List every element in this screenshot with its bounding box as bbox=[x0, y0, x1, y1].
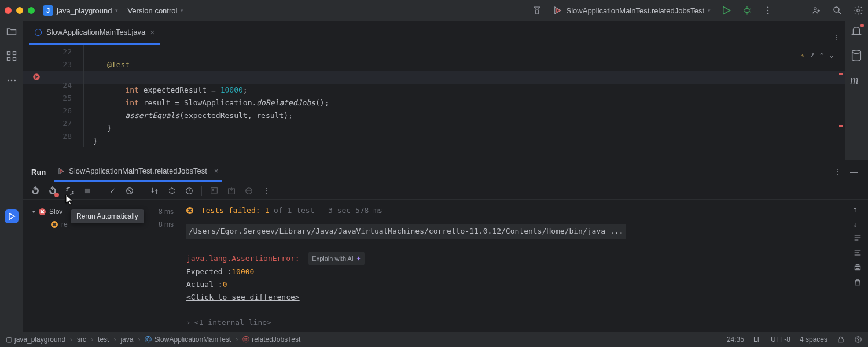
svg-point-5 bbox=[767, 10, 768, 11]
svg-point-32 bbox=[837, 171, 838, 172]
run-config-selector[interactable]: SlowApplicationMainTest.relatedJobsTest … bbox=[553, 5, 711, 16]
chevron-down-icon: ▾ bbox=[708, 8, 711, 13]
svg-point-50 bbox=[836, 37, 837, 38]
svg-marker-2 bbox=[723, 6, 730, 14]
svg-point-9 bbox=[857, 9, 860, 12]
chevron-down-icon[interactable]: ▾ bbox=[115, 8, 118, 13]
settings-icon[interactable] bbox=[853, 5, 863, 16]
m-tool-icon[interactable]: m bbox=[850, 73, 863, 86]
console[interactable]: Tests failed: 1 of 1 test – 3 sec 578 ms… bbox=[179, 200, 868, 326]
expand-icon[interactable] bbox=[167, 186, 177, 196]
svg-marker-23 bbox=[9, 213, 14, 220]
close-tab-icon[interactable]: × bbox=[150, 28, 155, 37]
explain-ai-chip[interactable]: Explain with AI ✦ bbox=[308, 252, 365, 265]
run-tool-window-button[interactable] bbox=[5, 209, 19, 223]
code-area[interactable]: 22 23 24 25 26 27 28 @Test public void r… bbox=[23, 45, 845, 147]
database-icon[interactable] bbox=[850, 49, 863, 62]
search-icon[interactable] bbox=[832, 5, 843, 16]
import-icon bbox=[209, 186, 219, 196]
run-panel-options-icon[interactable] bbox=[834, 168, 842, 176]
toggle-auto-icon[interactable] bbox=[65, 186, 75, 196]
collaborate-icon[interactable] bbox=[811, 5, 822, 16]
soft-wrap-icon[interactable] bbox=[853, 233, 862, 242]
run-button[interactable] bbox=[721, 5, 731, 16]
info-icon[interactable] bbox=[854, 335, 862, 344]
caret-position[interactable]: 24:35 bbox=[727, 335, 744, 344]
problems-count: 2 bbox=[810, 51, 814, 59]
scroll-down-icon[interactable]: ↓ bbox=[853, 218, 862, 227]
line-separator[interactable]: LF bbox=[753, 335, 762, 344]
run-tab[interactable]: SlowApplicationMainTest.relatedJobsTest … bbox=[54, 161, 222, 182]
show-ignored-icon[interactable] bbox=[124, 186, 135, 196]
svg-point-42 bbox=[266, 190, 267, 191]
code-lines[interactable]: @Test public void relatedJobsTest() { in… bbox=[84, 45, 845, 147]
svg-rect-11 bbox=[13, 52, 16, 55]
titlebar: J java_playground ▾ Version control ▾ Sl… bbox=[0, 0, 868, 21]
format-icon[interactable] bbox=[532, 5, 542, 16]
warning-icon: ⚠ bbox=[801, 51, 805, 59]
statusbar: ▢java_playground› src› test› java› Ⓒ Slo… bbox=[0, 332, 868, 347]
maximize-window[interactable] bbox=[28, 7, 35, 14]
java-file-icon bbox=[35, 29, 42, 36]
run-tab-label: SlowApplicationMainTest.relatedJobsTest bbox=[69, 167, 207, 175]
minimize-panel-icon[interactable]: — bbox=[850, 168, 858, 176]
close-run-tab[interactable]: × bbox=[214, 167, 219, 175]
editor-tab-options-icon[interactable] bbox=[832, 34, 840, 42]
structure-icon[interactable] bbox=[6, 50, 17, 62]
nav-down-icon[interactable]: ⌄ bbox=[829, 51, 833, 59]
svg-point-51 bbox=[836, 39, 837, 40]
svg-point-15 bbox=[10, 80, 12, 82]
folder-icon[interactable] bbox=[6, 26, 17, 38]
file-encoding[interactable]: UTF-8 bbox=[771, 335, 790, 344]
clear-icon[interactable] bbox=[853, 278, 862, 287]
fail-icon bbox=[51, 221, 58, 228]
breadcrumb[interactable]: ▢java_playground› src› test› java› Ⓒ Slo… bbox=[6, 335, 300, 345]
run-title: Run bbox=[31, 168, 46, 176]
fail-icon bbox=[186, 207, 193, 214]
readonly-icon[interactable] bbox=[837, 335, 845, 344]
notification-dot bbox=[860, 24, 864, 27]
editor-tab[interactable]: SlowApplicationMainTest.java × bbox=[29, 21, 160, 45]
history-icon[interactable] bbox=[184, 186, 194, 196]
svg-rect-34 bbox=[85, 188, 90, 193]
svg-marker-1 bbox=[556, 9, 560, 12]
console-fold-line[interactable]: ›<1 internal line> bbox=[179, 316, 868, 329]
chevron-down-icon[interactable]: ▾ bbox=[32, 209, 35, 215]
print-icon[interactable] bbox=[853, 263, 862, 272]
export-icon bbox=[226, 186, 237, 196]
rerun-failed-icon[interactable] bbox=[47, 186, 58, 196]
run-config-label: SlowApplicationMainTest.relatedJobsTest bbox=[567, 6, 704, 15]
nav-up-icon[interactable]: ⌃ bbox=[820, 51, 824, 59]
error-stripe[interactable] bbox=[839, 73, 843, 75]
project-badge[interactable]: J bbox=[43, 5, 53, 16]
more-actions-icon[interactable] bbox=[763, 5, 773, 16]
svg-rect-10 bbox=[7, 52, 10, 55]
fail-icon bbox=[39, 208, 46, 215]
minimize-window[interactable] bbox=[16, 7, 23, 14]
rerun-icon[interactable] bbox=[30, 186, 41, 196]
left-toolbar bbox=[0, 21, 23, 160]
chevron-down-icon[interactable]: ▾ bbox=[181, 8, 183, 13]
more-toolbar-icon[interactable] bbox=[261, 186, 271, 196]
tooltip: Rerun Automatically bbox=[71, 209, 144, 223]
scroll-up-icon[interactable]: ↑ bbox=[853, 203, 862, 212]
tab-filename: SlowApplicationMainTest.java bbox=[46, 28, 145, 36]
debug-button[interactable] bbox=[742, 5, 752, 16]
show-passed-icon[interactable]: ✓ bbox=[107, 186, 117, 196]
svg-point-41 bbox=[266, 187, 267, 189]
error-stripe[interactable] bbox=[839, 125, 843, 127]
vcs-menu[interactable]: Version control bbox=[127, 6, 177, 15]
close-window[interactable] bbox=[5, 7, 12, 14]
svg-rect-44 bbox=[855, 266, 860, 269]
more-icon[interactable] bbox=[6, 75, 17, 86]
console-actual-line: Actual :0 bbox=[179, 278, 868, 291]
scroll-to-end-icon[interactable] bbox=[853, 248, 862, 257]
problems-widget[interactable]: ⚠ 2 ⌃ ⌄ bbox=[801, 51, 834, 59]
editor: SlowApplicationMainTest.java × 22 23 24 … bbox=[23, 21, 845, 160]
project-name[interactable]: java_playground bbox=[57, 6, 112, 15]
diff-link[interactable]: <Click to see difference> bbox=[179, 291, 868, 304]
sort-icon[interactable] bbox=[149, 186, 160, 196]
notifications-icon[interactable] bbox=[850, 25, 863, 38]
indent-setting[interactable]: 4 spaces bbox=[800, 335, 827, 344]
svg-point-31 bbox=[837, 168, 838, 169]
